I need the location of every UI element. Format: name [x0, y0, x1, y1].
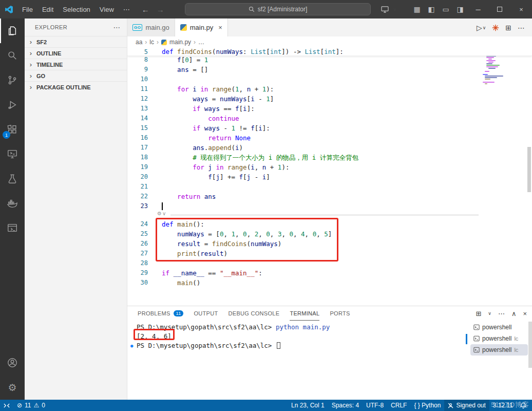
code-line-14[interactable]: 14 continue	[127, 115, 532, 124]
extension-starburst-icon[interactable]	[492, 24, 499, 31]
tab-output[interactable]: OUTPUT	[194, 306, 218, 321]
run-file-button[interactable]: ▷ ∨	[477, 24, 486, 32]
code-line-22[interactable]: 22 return ans	[127, 193, 532, 202]
code-line-12[interactable]: 12 ways = numWays[i - 1]	[127, 95, 532, 105]
sticky-scroll-line[interactable]: 5 def findCoins(numWays: List[int]) -> L…	[127, 48, 532, 56]
terminal-item-2[interactable]: powershelllc	[470, 333, 528, 344]
code-line-15[interactable]: 15 if ways - 1 != f[i]:	[127, 124, 532, 134]
breadcrumb-symbol[interactable]: …	[198, 39, 204, 46]
inline-gear-icon[interactable]: ⚙∨	[157, 211, 166, 216]
chevron-down-icon[interactable]: ∨	[488, 311, 491, 316]
python-file-icon	[180, 24, 187, 31]
warning-icon: ⚠	[34, 402, 40, 409]
menu-more-icon[interactable]: ⋯	[119, 0, 135, 18]
code-line-10[interactable]: 10	[127, 76, 532, 85]
close-tab-icon[interactable]: ×	[218, 24, 222, 31]
code-line-30[interactable]: 30 main()	[127, 279, 532, 289]
code-line-17[interactable]: 17 ans.append(i)	[127, 144, 532, 154]
toggle-secondary-sidebar-icon[interactable]: ◨	[453, 0, 467, 18]
menu-file[interactable]: File	[17, 0, 37, 18]
tab-main-go[interactable]: GO main.go	[127, 18, 175, 36]
sidebar-section-sf2[interactable]: › SF2	[25, 36, 127, 47]
terminal-output[interactable]: PS D:\mysetup\gopath\src\sf2\aa\lc> pyth…	[127, 321, 468, 400]
code-line-28[interactable]: 28	[127, 259, 532, 269]
panel-more-icon[interactable]: ⋯	[498, 310, 505, 317]
code-line-19[interactable]: 19 for j in range(i, n + 1):	[127, 163, 532, 173]
sidebar-more-icon[interactable]: ⋯	[113, 23, 121, 31]
nav-back-icon[interactable]: ←	[142, 5, 149, 14]
menu-view[interactable]: View	[95, 0, 119, 18]
code-line-24[interactable]: 24def main():	[127, 220, 532, 230]
toggle-panel-icon[interactable]: ▭	[439, 0, 453, 18]
sidebar-section-package-outline[interactable]: › PACKAGE OUTLINE	[25, 81, 127, 92]
tab-problems[interactable]: PROBLEMS 11	[138, 306, 183, 321]
eol-sequence[interactable]: CRLF	[387, 400, 410, 411]
testing-icon[interactable]	[0, 166, 25, 191]
tab-ports[interactable]: PORTS	[330, 306, 350, 321]
code-line-23[interactable]: 23	[127, 202, 532, 212]
code-line-26[interactable]: 26 result = findCoins(numWays)	[127, 240, 532, 250]
customize-layout-icon[interactable]: ▦	[410, 0, 424, 18]
breadcrumb-folder[interactable]: aa	[136, 39, 142, 46]
nav-forward-icon[interactable]: →	[157, 5, 164, 14]
close-panel-icon[interactable]: ×	[523, 310, 527, 317]
panel-scrollbar[interactable]	[528, 322, 532, 368]
search-view-icon[interactable]	[0, 43, 25, 68]
sidebar-section-go[interactable]: › GO	[25, 70, 127, 81]
code-line-11[interactable]: 11 for i in range(1, n + 1):	[127, 85, 532, 95]
code-line-13[interactable]: 13 if ways == f[i]:	[127, 105, 532, 115]
maximize-panel-icon[interactable]: ∧	[511, 310, 517, 317]
indentation[interactable]: Spaces: 4	[328, 400, 363, 411]
minimize-button[interactable]: ─	[467, 0, 489, 18]
maximize-button[interactable]	[489, 0, 510, 18]
split-editor-icon[interactable]: ⊞	[505, 24, 511, 32]
sticky-gutter: 5	[127, 48, 148, 55]
remote-explorer-icon[interactable]	[0, 142, 25, 166]
remote-indicator[interactable]	[0, 400, 13, 411]
tab-debug-console[interactable]: DEBUG CONSOLE	[229, 306, 280, 321]
close-window-button[interactable]: ×	[510, 0, 532, 18]
breadcrumb-file[interactable]: main.py	[169, 39, 191, 46]
menu-selection[interactable]: Selection	[58, 0, 94, 18]
editor-more-icon[interactable]: ⋯	[518, 24, 525, 32]
language-mode[interactable]: { } Python	[410, 400, 444, 411]
account-icon[interactable]	[0, 350, 25, 375]
code-line-18[interactable]: 18 # 现在得到了一个大小为 i 的物品，用 i 计算完全背包	[127, 154, 532, 163]
code-runner-icon[interactable]	[0, 216, 25, 240]
code-line-21[interactable]: 21	[127, 183, 532, 193]
terminal-item-1[interactable]: powershell	[470, 322, 528, 333]
code-line-16[interactable]: 16 return None	[127, 134, 532, 144]
encoding[interactable]: UTF-8	[363, 400, 387, 411]
code-line-9[interactable]: 9 ans = []	[127, 66, 532, 76]
split-terminal-icon[interactable]: ⊞	[476, 310, 481, 317]
cursor-position[interactable]: Ln 23, Col 1	[288, 400, 328, 411]
terminal-activity-indicator	[466, 334, 467, 344]
code-line-8[interactable]: 8 f[0] = 1	[127, 56, 532, 66]
run-debug-icon[interactable]	[0, 92, 25, 117]
code-line-25[interactable]: 25 numWays = [0, 1, 0, 2, 0, 3, 0, 4, 0,…	[127, 230, 532, 240]
extensions-icon[interactable]: 1	[0, 117, 25, 142]
explorer-icon[interactable]	[0, 18, 25, 43]
breadcrumb-folder[interactable]: lc	[149, 39, 154, 46]
remote-monitor-icon[interactable]	[377, 0, 392, 18]
chevron-down-icon: ∨	[483, 25, 486, 30]
signed-out-status[interactable]: Signed out	[444, 400, 489, 411]
code-line-27[interactable]: 27 print(result)	[127, 250, 532, 259]
menu-edit[interactable]: Edit	[37, 0, 58, 18]
chevron-down-icon[interactable]: ∨	[393, 7, 396, 12]
editor-scrollbar[interactable]	[527, 147, 531, 192]
tab-main-py[interactable]: main.py ×	[175, 18, 228, 36]
tab-terminal[interactable]: TERMINAL	[290, 306, 319, 321]
problems-status[interactable]: ⊘ 11 ⚠ 0	[13, 400, 49, 411]
sidebar-section-outline[interactable]: › OUTLINE	[25, 47, 127, 59]
source-control-icon[interactable]	[0, 68, 25, 92]
sidebar-section-timeline[interactable]: › TIMELINE	[25, 59, 127, 70]
toggle-primary-sidebar-icon[interactable]: ◧	[424, 0, 439, 18]
command-center-search[interactable]: sf2 [Administrator]	[185, 3, 371, 15]
docker-icon[interactable]	[0, 191, 25, 216]
go-file-icon: GO	[132, 24, 142, 31]
code-line-29[interactable]: 29if __name__ == "__main__":	[127, 269, 532, 279]
code-line-20[interactable]: 20 f[j] += f[j - i]	[127, 173, 532, 183]
settings-gear-icon[interactable]: ⚙	[0, 375, 25, 400]
terminal-item-3[interactable]: powershelllc	[470, 344, 528, 356]
